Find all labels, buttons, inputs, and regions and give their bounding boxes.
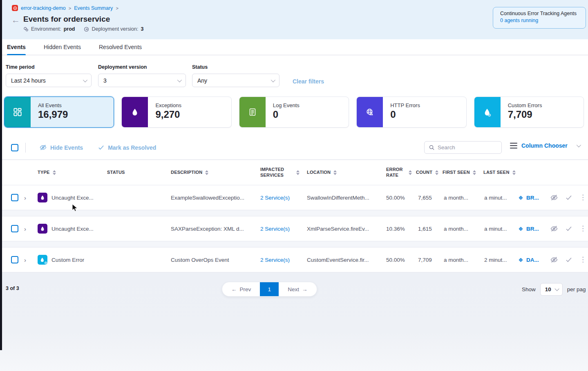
impacted-services-link[interactable]: 2 Service(s): [255, 195, 300, 201]
breadcrumb-project-link[interactable]: error-tracking-demo: [21, 5, 66, 11]
diamond-icon: [518, 195, 524, 201]
event-row[interactable]: › Uncaught Exce... ExampleSwallowedExcep…: [0, 185, 588, 210]
chevron-down-icon: [177, 77, 182, 82]
log-events-label: Log Events: [273, 102, 300, 108]
first-seen: a month...: [435, 226, 476, 232]
event-count: 7,709: [413, 257, 435, 263]
agents-running-link[interactable]: 0 agents running: [500, 18, 586, 23]
column-header-impacted-services[interactable]: ImpactedServices: [255, 167, 300, 178]
column-chooser-button[interactable]: Column Chooser: [510, 142, 580, 149]
hide-event-icon[interactable]: [550, 256, 558, 264]
ticket-link[interactable]: BR...: [511, 226, 539, 232]
error-tracking-events-page: error-tracking-demo > Events Summary > ←…: [0, 0, 588, 371]
resolve-event-icon[interactable]: [565, 225, 572, 232]
column-chooser-label: Column Chooser: [521, 142, 568, 149]
time-period-select[interactable]: Last 24 hours: [6, 74, 92, 87]
sort-icon[interactable]: [296, 170, 300, 175]
custom-errors-card[interactable]: ⚙ Custom Errors 7,709: [474, 97, 584, 128]
column-header-last-seen[interactable]: Last Seen: [476, 170, 511, 175]
hide-events-button[interactable]: Hide Events: [39, 144, 83, 151]
expand-chevron-icon[interactable]: ›: [20, 225, 34, 232]
row-menu-icon[interactable]: ⋮: [579, 196, 586, 200]
event-count: 7,655: [413, 195, 435, 201]
window-edge-strip: [0, 0, 2, 350]
all-events-card[interactable]: All Events 16,979: [4, 97, 114, 128]
flame-gear-icon: ⚙: [474, 97, 501, 127]
page-size-control: Show 10 per pag: [522, 283, 586, 296]
row-checkbox[interactable]: [11, 256, 18, 263]
search-input[interactable]: [438, 144, 491, 151]
tab-events[interactable]: Events: [7, 39, 26, 55]
breadcrumb-separator: >: [116, 6, 118, 11]
impacted-services-link[interactable]: 2 Service(s): [255, 257, 300, 263]
back-arrow-icon[interactable]: ←: [11, 16, 20, 24]
event-row[interactable]: › Uncaught Exce... SAXParseException: XM…: [0, 216, 588, 241]
sort-icon[interactable]: [512, 170, 516, 175]
custom-errors-label: Custom Errors: [508, 102, 542, 108]
last-seen: a minut...: [476, 195, 511, 201]
row-menu-icon[interactable]: ⋮: [579, 258, 586, 262]
agents-callout: Continuous Error Tracking Agents 0 agent…: [493, 7, 586, 29]
http-errors-card[interactable]: HTTP Errors 0: [356, 97, 466, 128]
column-header-count[interactable]: Count: [413, 170, 435, 175]
breadcrumb-events-summary-link[interactable]: Events Summary: [74, 5, 113, 11]
mark-resolved-label: Mark as Resolved: [108, 144, 156, 151]
sort-icon[interactable]: [53, 170, 56, 175]
column-header-type[interactable]: Type: [34, 170, 100, 175]
diamond-icon: [518, 257, 524, 263]
tab-hidden-events[interactable]: Hidden Events: [44, 39, 81, 55]
exceptions-card[interactable]: Exceptions 9,270: [121, 97, 231, 128]
arrow-left-icon: ←: [231, 286, 237, 292]
mark-resolved-button[interactable]: Mark as Resolved: [98, 144, 156, 151]
select-all-checkbox[interactable]: [11, 144, 18, 151]
table-header: Type Status Description ImpactedServices…: [0, 160, 588, 185]
first-seen: a month...: [435, 195, 476, 201]
deployment-version-select[interactable]: 3: [98, 74, 186, 87]
impacted-services-link[interactable]: 2 Service(s): [255, 226, 300, 232]
clear-filters-button[interactable]: Clear filters: [293, 78, 324, 85]
row-menu-icon[interactable]: ⋮: [579, 227, 586, 231]
page-number-button[interactable]: 1: [260, 282, 279, 297]
environment-meta: Environment: prod: [23, 26, 75, 32]
row-checkbox[interactable]: [11, 194, 18, 201]
prev-page-button[interactable]: ← Prev: [222, 282, 260, 296]
status-select[interactable]: Any: [192, 74, 279, 87]
log-events-card[interactable]: Log Events 0: [239, 97, 349, 128]
event-type: Uncaught Exce...: [51, 195, 94, 201]
ticket-link[interactable]: BR...: [511, 195, 539, 201]
sort-icon[interactable]: [409, 170, 412, 175]
error-rate: 10.36%: [380, 226, 413, 232]
column-header-description[interactable]: Description: [169, 170, 255, 175]
grid-icon: [4, 97, 31, 127]
page-size-select[interactable]: 10: [540, 283, 563, 296]
hide-event-icon[interactable]: [550, 193, 558, 202]
environment-label: Environment:: [31, 26, 61, 32]
chevron-down-icon: [554, 286, 559, 291]
resolve-event-icon[interactable]: [565, 256, 572, 263]
all-events-value: 16,979: [38, 109, 68, 120]
next-page-button[interactable]: Next →: [279, 282, 316, 296]
column-header-error-rate[interactable]: ErrorRate: [380, 167, 413, 178]
custom-error-type-icon: ⚙: [38, 255, 47, 265]
column-header-first-seen[interactable]: First Seen: [435, 170, 476, 175]
column-header-location[interactable]: Location: [300, 170, 380, 175]
expand-chevron-icon[interactable]: ›: [20, 194, 34, 201]
arrow-right-icon: →: [302, 286, 308, 292]
environment-icon: [23, 27, 29, 32]
sort-icon[interactable]: [205, 170, 208, 175]
check-icon: [98, 144, 105, 151]
hide-event-icon[interactable]: [550, 225, 558, 233]
row-checkbox[interactable]: [11, 225, 18, 232]
resolve-event-icon[interactable]: [565, 194, 572, 201]
expand-chevron-icon[interactable]: ›: [20, 256, 34, 263]
event-count: 1,615: [413, 226, 435, 232]
column-header-status[interactable]: Status: [100, 170, 169, 175]
sort-icon[interactable]: [473, 170, 476, 175]
tab-resolved-events[interactable]: Resolved Events: [99, 39, 142, 55]
ticket-link[interactable]: DA...: [511, 257, 539, 263]
sort-icon[interactable]: [333, 170, 337, 175]
flame-icon: [122, 97, 148, 127]
event-row[interactable]: › ⚙ Custom Error Custom OverOps Event 2 …: [0, 247, 588, 272]
event-description: ExampleSwallowedExceptio...: [169, 195, 255, 201]
log-events-value: 0: [273, 109, 300, 120]
